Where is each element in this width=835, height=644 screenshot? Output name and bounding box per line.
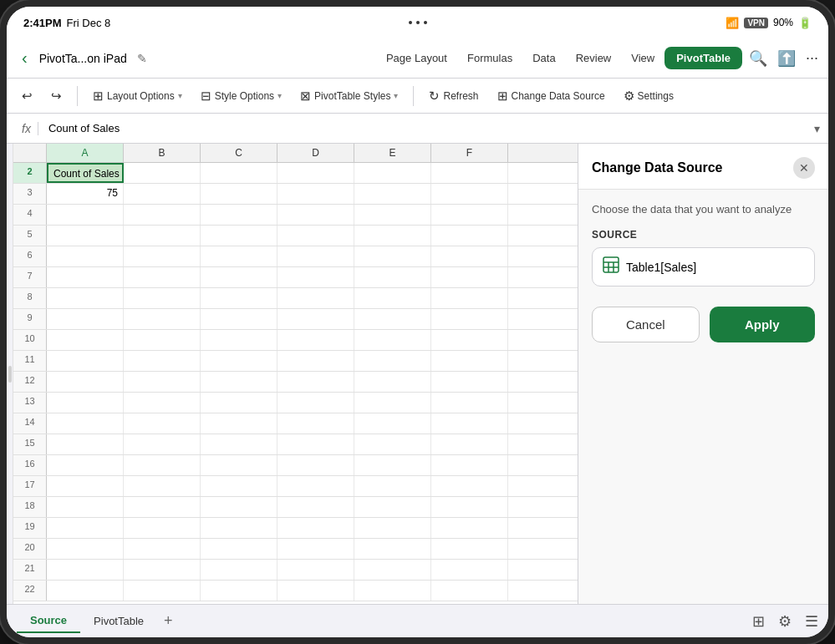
tab-review[interactable]: Review [566,47,622,69]
cell-f2[interactable] [431,163,508,183]
table-row: 13 [13,393,578,413]
wifi-icon: 📶 [726,17,739,29]
more-icon[interactable]: ··· [806,49,818,67]
refresh-label: Refresh [443,90,478,102]
edge-indicator [8,366,12,383]
grid-icon[interactable]: ⊞ [752,612,765,631]
row-num-header [13,144,47,162]
formula-input[interactable] [48,122,807,134]
redo-button[interactable]: ↪ [44,84,69,108]
sheet-tab-source[interactable]: Source [17,609,80,633]
apply-button[interactable]: Apply [710,307,816,342]
formula-bar: fx ▾ [7,114,828,144]
source-box[interactable]: Table1[Sales] [592,247,815,287]
cell-d3[interactable] [277,184,354,204]
settings-icon: ⚙ [624,89,634,104]
table-row: 8 [13,288,578,309]
table-row: 4 [13,205,578,226]
cell-b3[interactable] [124,184,201,204]
data-source-icon: ⊞ [497,89,508,104]
edit-icon[interactable]: ✎ [137,52,147,65]
sheet-rows: 2 Count of Sales 3 75 [13,163,578,601]
redo-icon: ↪ [51,89,62,104]
table-row: 19 [13,518,578,539]
cell-b2[interactable] [124,163,201,183]
table-row: 7 [13,267,578,288]
close-icon: ✕ [799,161,809,175]
cell-c2[interactable] [201,163,277,183]
left-edge-bar [7,144,13,604]
back-button[interactable]: ‹ [17,45,33,71]
sheet-tab-pivot-table[interactable]: PivotTable [80,610,157,632]
table-row: 3 75 [13,184,578,205]
col-header-e[interactable]: E [354,144,431,162]
pivot-styles-button[interactable]: ⊠ PivotTable Styles ▾ [293,84,405,108]
col-header-d[interactable]: D [277,144,354,162]
nav-action-icons: 🔍 ⬆️ ··· [749,49,818,68]
cell-d2[interactable] [277,163,354,183]
col-header-b[interactable]: B [124,144,201,162]
cell-e3[interactable] [354,184,431,204]
change-data-source-label: Change Data Source [512,90,605,102]
sheet-tab-icons: ⊞ ⚙ ☰ [752,612,818,631]
status-time: 2:41PM [23,17,62,29]
list-icon[interactable]: ☰ [805,612,818,631]
row-num-2: 2 [13,163,47,183]
style-options-button[interactable]: ⊟ Style Options ▾ [194,84,288,108]
table-row: 2 Count of Sales [13,163,578,184]
settings-button[interactable]: ⚙ Settings [617,84,680,108]
status-right: 📶 VPN 90% 🔋 [726,17,812,29]
table-row: 15 [13,434,578,455]
table-row: 14 [13,413,578,434]
column-header-row: A B C D E F [13,144,578,163]
battery-icon: 🔋 [798,17,812,29]
layout-icon: ⊞ [93,89,104,104]
table-row: 18 [13,497,578,518]
col-header-f[interactable]: F [431,144,508,162]
pivot-styles-icon: ⊠ [300,89,311,104]
refresh-icon: ↻ [429,89,440,104]
panel-body: Choose the data that you want to analyze… [578,190,828,604]
dot1 [409,21,412,24]
source-label: Source [592,229,815,241]
cell-f3[interactable] [431,184,508,204]
dot3 [424,21,427,24]
panel-close-button[interactable]: ✕ [793,157,815,179]
formula-expand-icon[interactable]: ▾ [814,122,820,135]
panel-title: Change Data Source [592,160,722,175]
change-data-source-button[interactable]: ⊞ Change Data Source [491,84,612,108]
table-row: 12 [13,372,578,393]
tab-page-layout[interactable]: Page Layout [376,47,457,69]
refresh-button[interactable]: ↻ Refresh [422,84,485,108]
col-header-a[interactable]: A [47,144,124,162]
col-header-c[interactable]: C [201,144,277,162]
add-sheet-button[interactable]: + [157,609,180,633]
cell-e2[interactable] [354,163,431,183]
table-row: 22 [13,581,578,601]
cell-a2[interactable]: Count of Sales [47,163,124,183]
tab-formulas[interactable]: Formulas [457,47,522,69]
divider1 [77,86,78,106]
fx-label: fx [15,122,38,135]
tab-view[interactable]: View [621,47,664,69]
vpn-badge: VPN [744,18,768,28]
cell-a3[interactable]: 75 [47,184,124,204]
style-chevron: ▾ [277,91,282,100]
share-icon[interactable]: ⬆️ [777,49,796,68]
gear-icon[interactable]: ⚙ [778,612,792,631]
undo-button[interactable]: ↩ [15,84,39,108]
tab-data[interactable]: Data [522,47,565,69]
layout-options-label: Layout Options [107,90,175,102]
search-icon[interactable]: 🔍 [749,49,767,68]
table-row: 10 [13,330,578,351]
layout-options-button[interactable]: ⊞ Layout Options ▾ [86,84,189,108]
status-center-dots [409,21,427,24]
tab-pivot-table[interactable]: PivotTable [664,47,742,69]
cell-c3[interactable] [201,184,277,204]
table-icon [603,256,619,277]
table-row: 20 [13,539,578,560]
dot2 [416,21,420,24]
cancel-button[interactable]: Cancel [592,307,700,342]
layout-chevron: ▾ [178,91,182,100]
style-options-label: Style Options [215,90,274,102]
